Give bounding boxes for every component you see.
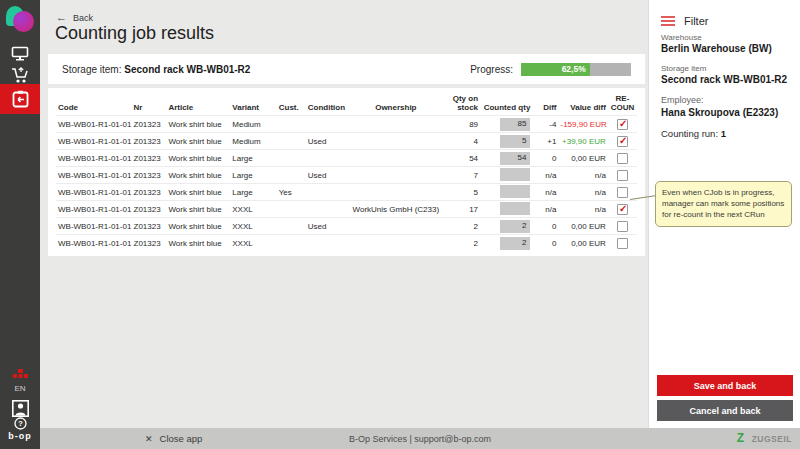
recount-checkbox[interactable] (617, 170, 628, 181)
recount-checkbox[interactable] (617, 187, 628, 198)
filter-toggle[interactable]: Filter (661, 14, 708, 28)
recount-checkbox[interactable] (617, 136, 628, 147)
cell-condition (306, 150, 350, 167)
cell-diff: 0 (532, 235, 558, 252)
progress-fill: 62,5% (521, 63, 590, 76)
recount-checkbox[interactable] (617, 221, 628, 232)
cell-condition: Used (306, 218, 350, 235)
cell-ownership (349, 218, 442, 235)
cart-icon (11, 67, 29, 84)
results-table-card: CodeNrArticleVariantCust.ConditionOwners… (48, 88, 645, 256)
cell-article: Work shirt blue (166, 150, 230, 167)
cell-nr: Z01323 (132, 167, 167, 184)
counted-qty-box (500, 202, 530, 215)
filter-title: Filter (684, 15, 708, 27)
cell-condition (306, 116, 350, 133)
close-app-button[interactable]: ✕Close app (145, 433, 202, 444)
back-label: Back (73, 13, 93, 23)
cell-counted-qty (480, 184, 532, 201)
cell-condition: Used (306, 167, 350, 184)
cell-recount (608, 116, 637, 133)
sidebar-item-help[interactable]: ? (0, 414, 40, 432)
sidebar-item-counting-active[interactable] (0, 84, 40, 114)
close-app-label: Close app (160, 433, 203, 444)
warehouse-label: Warehouse (661, 33, 702, 42)
storage-item-value: Second rack WB-WB01-R2 (124, 64, 250, 75)
cell-diff: n/a (532, 184, 558, 201)
progress-value: 62,5% (562, 64, 590, 74)
recount-checkbox[interactable] (617, 238, 628, 249)
cell-value-diff: +39,90 EUR (558, 133, 607, 150)
svg-text:?: ? (18, 419, 23, 428)
column-header: Diff (532, 90, 558, 116)
counted-qty-box: 2 (500, 220, 530, 233)
cell-recount (608, 218, 637, 235)
column-header: RE-COUN (608, 90, 637, 116)
cell-counted-qty: 85 (480, 116, 532, 133)
cell-value-diff: 0,00 EUR (558, 218, 607, 235)
cell-code: WB-WB01-R1-01-01 (56, 235, 132, 252)
cell-counted-qty: 2 (480, 235, 532, 252)
cell-nr: Z01323 (132, 218, 167, 235)
zugseil-brand-name: ZUGSEIL (752, 434, 792, 444)
footer-bar: B-Op Services | support@b-op.com ✕Close … (40, 428, 800, 449)
cell-qty: 89 (442, 116, 480, 133)
table-row: WB-WB01-R1-01-01Z01323Work shirt blueXXX… (56, 235, 637, 252)
app-logo-icon[interactable] (5, 5, 35, 35)
storage-item-summary: Storage item: Second rack WB-WB01-R2 (62, 64, 250, 75)
save-and-back-button[interactable]: Save and back (657, 375, 793, 396)
cell-article: Work shirt blue (166, 167, 230, 184)
recount-checkbox[interactable] (617, 153, 628, 164)
table-body: WB-WB01-R1-01-01Z01323Work shirt blueMed… (56, 116, 637, 252)
cell-cust (277, 201, 306, 218)
cell-counted-qty (480, 201, 532, 218)
table-row: WB-WB01-R1-01-01Z01323Work shirt blueMed… (56, 116, 637, 133)
cell-variant: Large (230, 184, 276, 201)
cell-qty: 54 (442, 150, 480, 167)
counting-clipboard-icon (12, 90, 29, 108)
cell-ownership (349, 150, 442, 167)
counted-qty-box: 54 (500, 152, 530, 165)
employee-value: Hana Skroupova (E2323) (661, 107, 778, 118)
cell-article: Work shirt blue (166, 133, 230, 150)
recount-checkbox[interactable] (617, 204, 628, 215)
language-flag-icon (13, 369, 28, 381)
recount-checkbox[interactable] (617, 119, 628, 130)
cell-code: WB-WB01-R1-01-01 (56, 116, 132, 133)
column-header: Code (56, 90, 132, 116)
cell-diff: n/a (532, 167, 558, 184)
close-icon: ✕ (145, 434, 153, 444)
progress-section: Progress: 62,5% (470, 63, 631, 76)
back-button[interactable]: ←Back (56, 11, 93, 23)
counting-run-row: Counting run: 1 (661, 128, 726, 139)
logo-circle-shape (13, 11, 34, 32)
table-row: WB-WB01-R1-01-01Z01323Work shirt blueLar… (56, 184, 637, 201)
cell-cust: Yes (277, 184, 306, 201)
cell-article: Work shirt blue (166, 235, 230, 252)
cell-nr: Z01323 (132, 133, 167, 150)
cell-recount (608, 235, 637, 252)
zugseil-logo-icon (737, 433, 748, 444)
cell-cust (277, 218, 306, 235)
language-label[interactable]: EN (0, 384, 40, 393)
cell-value-diff: n/a (558, 167, 607, 184)
cell-qty: 2 (442, 235, 480, 252)
counted-qty-box (500, 168, 530, 181)
cell-recount (608, 150, 637, 167)
cell-nr: Z01323 (132, 116, 167, 133)
storage-item-label: Storage item: (62, 64, 121, 75)
page-title: Counting job results (55, 23, 214, 44)
column-header: Ownership (349, 90, 442, 116)
cell-code: WB-WB01-R1-01-01 (56, 167, 132, 184)
cell-nr: Z01323 (132, 184, 167, 201)
cell-counted-qty: 54 (480, 150, 532, 167)
cell-cust (277, 150, 306, 167)
progress-bar: 62,5% (521, 63, 631, 76)
results-table: CodeNrArticleVariantCust.ConditionOwners… (56, 90, 637, 252)
cell-variant: XXXL (230, 235, 276, 252)
cell-code: WB-WB01-R1-01-01 (56, 133, 132, 150)
cell-code: WB-WB01-R1-01-01 (56, 150, 132, 167)
cancel-and-back-button[interactable]: Cancel and back (657, 400, 793, 421)
table-row: WB-WB01-R1-01-01Z01323Work shirt blueLar… (56, 150, 637, 167)
cell-condition (306, 235, 350, 252)
